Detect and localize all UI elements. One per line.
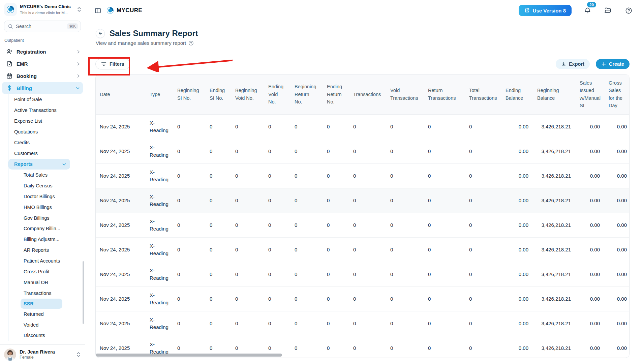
cell-beginning-void-no: 0 xyxy=(231,237,264,262)
avatar xyxy=(4,348,16,361)
sidebar-item-billing[interactable]: Billing xyxy=(2,82,83,94)
sidebar-item-customers[interactable]: Customers xyxy=(8,148,85,159)
cell-sales-issued-w-manual-si: 0.00 xyxy=(576,237,605,262)
sidebar-item-expense-list[interactable]: Expense List xyxy=(8,116,85,126)
table-row[interactable]: Nov 24, 2025X-Reading00000000000.003,426… xyxy=(96,163,630,188)
cell-ending-si-no: 0 xyxy=(206,286,231,311)
sidebar-item-emr[interactable]: EMR xyxy=(0,58,85,70)
sidebar-section-label: Outpatient xyxy=(0,38,85,46)
cell-transactions: 0 xyxy=(349,311,386,336)
cell-ending-void-no: 0 xyxy=(264,262,291,286)
cell-gross-sales-for-the-day: 0.00 xyxy=(605,114,630,139)
cell-ending-void-no: 0 xyxy=(264,286,291,311)
cell-ending-void-no: 0 xyxy=(264,188,291,213)
cell-ending-balance: 0.00 xyxy=(501,213,533,237)
column-header-date: Date xyxy=(96,74,146,114)
sidebar-item-gov-billings[interactable]: Gov Billings xyxy=(17,213,85,223)
cell-void-transactions: 0 xyxy=(386,163,424,188)
table-row[interactable]: Nov 24, 2025X-Reading00000000000.003,426… xyxy=(96,213,630,237)
sidebar-item-hmo-billings[interactable]: HMO Billings xyxy=(17,202,85,213)
cell-beginning-void-no: 0 xyxy=(231,262,264,286)
export-button[interactable]: Export xyxy=(556,59,590,69)
cell-gross-sales-for-the-day: 0.00 xyxy=(605,286,630,311)
cell-date: Nov 24, 2025 xyxy=(96,237,146,262)
sidebar-item-company-billin[interactable]: Company Billin... xyxy=(17,223,85,234)
back-button[interactable] xyxy=(96,29,105,38)
cell-type: X-Reading xyxy=(146,213,173,237)
horizontal-scrollbar[interactable] xyxy=(96,354,282,357)
search-input[interactable]: Search ⌘K xyxy=(4,21,81,32)
table-row[interactable]: Nov 24, 2025X-Reading00000000000.003,426… xyxy=(96,139,630,163)
cell-beginning-balance: 3,426,218.21 xyxy=(533,262,576,286)
sidebar-item-returned[interactable]: Returned xyxy=(17,309,85,320)
cell-type: X-Reading xyxy=(146,139,173,163)
sidebar-item-point-of-sale[interactable]: Point of Sale xyxy=(8,94,85,105)
table-row[interactable]: Nov 24, 2025X-Reading00000000000.003,426… xyxy=(96,237,630,262)
sidebar-item-doctor-billings[interactable]: Doctor Billings xyxy=(17,191,85,202)
sidebar-item-manual-or[interactable]: Manual OR xyxy=(17,277,85,288)
table-row[interactable]: Nov 24, 2025X-Reading00000000000.003,426… xyxy=(96,286,630,311)
sidebar-item-ssr[interactable]: SSR xyxy=(21,299,62,309)
sidebar-item-registration[interactable]: Registration xyxy=(0,46,85,58)
subtitle-help-icon[interactable] xyxy=(188,40,194,46)
user-menu[interactable]: Dr. Jean Rivera Female xyxy=(0,344,85,364)
sidebar-item-active-transactions[interactable]: Active Transactions xyxy=(8,105,85,116)
column-header-return-transactions: Return Transactions xyxy=(424,74,465,114)
cell-beginning-balance: 3,426,218.21 xyxy=(533,237,576,262)
clinic-selector-icon xyxy=(77,7,82,12)
nav-group: Point of SaleActive TransactionsExpense … xyxy=(8,94,85,341)
create-button[interactable]: Create xyxy=(596,59,630,69)
cell-sales-issued-w-manual-si: 0.00 xyxy=(576,163,605,188)
sidebar-item-transactions[interactable]: Transactions xyxy=(17,288,85,299)
sidebar-toggle-icon[interactable] xyxy=(94,7,101,14)
cell-total-transactions: 0 xyxy=(465,237,501,262)
sidebar-item-gross-profit[interactable]: Gross Profit xyxy=(17,266,85,277)
sidebar-item-patient-accounts[interactable]: Patient Accounts xyxy=(17,255,85,266)
cell-type: X-Reading xyxy=(146,311,173,336)
cell-type: X-Reading xyxy=(146,114,173,139)
chevron-right-icon xyxy=(76,73,81,79)
sidebar-item-quotations[interactable]: Quotations xyxy=(8,126,85,137)
brand: MYCURE xyxy=(106,6,142,14)
sidebar-item-total-sales[interactable]: Total Sales xyxy=(17,170,85,180)
column-header-beginning-si-no: Beginning SI No. xyxy=(173,74,206,114)
sidebar-item-reports[interactable]: Reports xyxy=(8,159,70,170)
cell-ending-return-no: 0 xyxy=(323,114,349,139)
sidebar-item-booking[interactable]: Booking xyxy=(0,70,85,82)
cell-ending-void-no: 0 xyxy=(264,114,291,139)
table-row[interactable]: Nov 24, 2025X-Reading00000000000.003,426… xyxy=(96,311,630,336)
sidebar-item-discounts[interactable]: Discounts xyxy=(17,330,85,341)
sidebar-item-credits[interactable]: Credits xyxy=(8,137,85,148)
notifications-button[interactable]: 20 xyxy=(582,5,593,16)
sidebar-item-billing-adjustm[interactable]: Billing Adjustm... xyxy=(17,234,85,245)
chevron-right-icon xyxy=(76,49,81,54)
cell-gross-sales-for-the-day: 0.00 xyxy=(605,139,630,163)
cell-return-transactions: 0 xyxy=(424,188,465,213)
table-row[interactable]: Nov 24, 2025X-Reading00000000000.003,426… xyxy=(96,188,630,213)
column-header-type: Type xyxy=(146,74,173,114)
cell-beginning-balance: 3,426,218.21 xyxy=(533,139,576,163)
sidebar-item-ar-reports[interactable]: AR Reports xyxy=(17,245,85,255)
table-header-row: DateTypeBeginning SI No.Ending SI No.Beg… xyxy=(96,74,630,114)
clinic-switcher[interactable]: MYCURE's Demo Clinic This is a demo clin… xyxy=(0,0,85,18)
filters-button[interactable]: Filters xyxy=(95,59,130,69)
sales-summary-table: DateTypeBeginning SI No.Ending SI No.Beg… xyxy=(96,74,630,358)
cell-beginning-balance: 3,426,218.21 xyxy=(533,163,576,188)
cell-sales-issued-w-manual-si: 0.00 xyxy=(576,114,605,139)
plus-icon xyxy=(601,62,606,67)
cell-beginning-si-no: 0 xyxy=(173,237,206,262)
table-row[interactable]: Nov 24, 2025X-Reading00000000000.003,426… xyxy=(96,114,630,139)
cell-ending-void-no: 0 xyxy=(264,163,291,188)
help-icon xyxy=(625,7,632,14)
sidebar-item-daily-census[interactable]: Daily Census xyxy=(17,180,85,191)
sidebar-item-voided[interactable]: Voided xyxy=(17,320,85,330)
user-detail: Female xyxy=(20,355,73,360)
files-button[interactable] xyxy=(602,5,614,16)
help-button[interactable] xyxy=(623,5,634,16)
cell-ending-return-no: 0 xyxy=(323,163,349,188)
cell-ending-si-no: 0 xyxy=(206,163,231,188)
sidebar-scrollbar[interactable] xyxy=(83,261,84,324)
cell-void-transactions: 0 xyxy=(386,213,424,237)
use-version-8-button[interactable]: Use Version 8 xyxy=(519,5,572,16)
table-row[interactable]: Nov 24, 2025X-Reading00000000000.003,426… xyxy=(96,262,630,286)
